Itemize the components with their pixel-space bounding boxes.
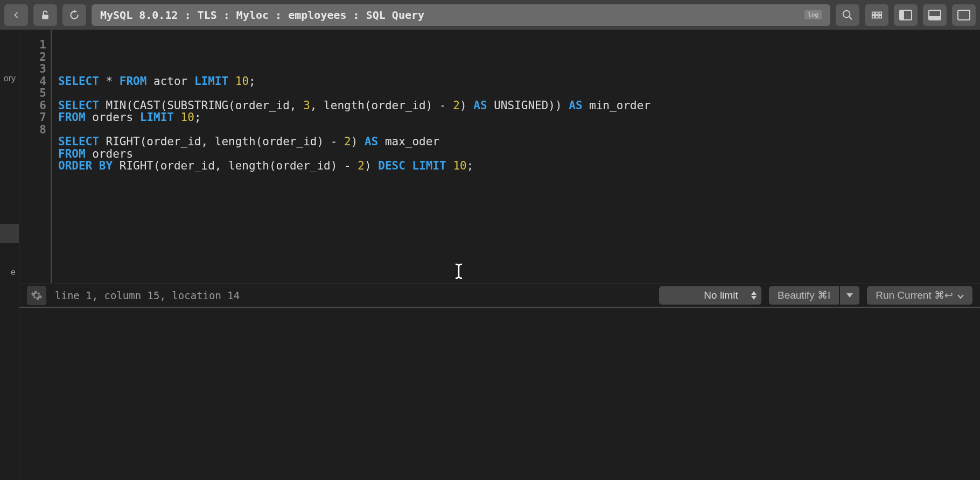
settings-button[interactable] [27,286,46,305]
sidebar-left-button[interactable] [894,4,918,26]
lock-button[interactable] [33,4,57,26]
sidebar-item[interactable] [0,50,19,69]
toolbar-right-group [836,4,976,26]
refresh-button[interactable] [62,4,86,26]
line-number: 3 [19,63,46,75]
svg-rect-13 [958,10,970,20]
svg-rect-7 [876,15,878,18]
svg-rect-0 [42,15,48,19]
line-number: 8 [19,124,46,136]
line-number: 6 [19,100,46,112]
sidebar-item[interactable] [0,30,19,50]
sidebar-bottom-button[interactable] [923,4,947,26]
limit-label: No limit [704,290,738,301]
svg-rect-6 [872,15,875,18]
sidebar-item[interactable] [0,166,19,185]
svg-marker-16 [751,296,757,300]
top-toolbar: MySQL 8.0.12 : TLS : Myloc : employees :… [0,0,980,30]
sidebar-item[interactable] [0,108,19,127]
breadcrumb-text: MySQL 8.0.12 : TLS : Myloc : employees :… [100,9,424,22]
svg-rect-8 [879,15,882,18]
sidebar-item[interactable] [0,204,19,224]
code-line[interactable]: FROM orders [58,148,980,160]
cursor-position: line 1, column 15, location 14 [55,290,240,301]
code-line[interactable]: SELECT * FROM actor LIMIT 10; [58,75,980,88]
stepper-arrows-icon [751,291,757,300]
line-number: 7 [19,111,46,124]
sidebar-item[interactable] [0,127,19,146]
svg-marker-15 [751,291,757,295]
code-line[interactable]: FROM orders LIMIT 10; [58,111,980,124]
chevron-down-icon [957,290,964,301]
status-right-group: No limit Beautify ⌘I Run Current ⌘↩ [659,286,972,305]
line-number: 4 [19,75,46,88]
svg-point-1 [843,10,850,17]
sidebar-item[interactable]: ory [0,69,19,88]
beautify-dropdown-button[interactable] [840,286,859,305]
svg-rect-3 [872,12,875,15]
breadcrumb-bar[interactable]: MySQL 8.0.12 : TLS : Myloc : employees :… [92,4,830,26]
nav-button[interactable] [4,4,28,26]
grid-view-button[interactable] [865,4,888,26]
code-line[interactable] [58,124,980,136]
sidebar-item[interactable]: e [0,263,19,282]
left-sidebar: orye [0,30,19,480]
content-area: 12345678 SELECT * FROM actor LIMIT 10;SE… [19,30,980,480]
beautify-label: Beautify ⌘I [778,289,830,301]
svg-rect-12 [929,16,941,20]
sidebar-item[interactable] [0,185,19,204]
breadcrumb-tag: log [804,10,822,19]
results-pane[interactable] [19,308,980,480]
search-button[interactable] [836,4,859,26]
code-line[interactable]: SELECT MIN(CAST(SUBSTRING(order_id, 3, l… [58,100,980,112]
svg-line-2 [849,16,852,19]
limit-dropdown[interactable]: No limit [659,286,761,305]
line-number: 5 [19,87,46,100]
sidebar-right-button[interactable] [952,4,976,26]
sidebar-item[interactable] [0,88,19,108]
code-area[interactable]: SELECT * FROM actor LIMIT 10;SELECT MIN(… [52,30,980,283]
sidebar-item[interactable] [0,146,19,166]
beautify-button[interactable]: Beautify ⌘I [769,286,839,305]
svg-rect-5 [879,12,882,15]
line-gutter: 12345678 [19,30,52,283]
beautify-combo: Beautify ⌘I [769,286,859,305]
run-label: Run Current ⌘↩ [876,289,953,301]
svg-rect-10 [900,10,904,20]
sql-editor[interactable]: 12345678 SELECT * FROM actor LIMIT 10;SE… [19,30,980,283]
svg-marker-17 [846,293,853,298]
line-number: 2 [19,51,46,63]
sidebar-item[interactable] [0,243,19,263]
main-area: orye 12345678 SELECT * FROM actor LIMIT … [0,30,980,480]
code-line[interactable]: SELECT RIGHT(order_id, length(order_id) … [58,136,980,148]
line-number: 1 [19,39,46,51]
run-button[interactable]: Run Current ⌘↩ [867,286,972,305]
sidebar-item[interactable] [0,224,19,243]
code-line[interactable]: ORDER BY RIGHT(order_id, length(order_id… [58,160,980,172]
code-line[interactable] [58,87,980,100]
svg-rect-4 [876,12,878,15]
editor-status-bar: line 1, column 15, location 14 No limit … [19,283,980,308]
